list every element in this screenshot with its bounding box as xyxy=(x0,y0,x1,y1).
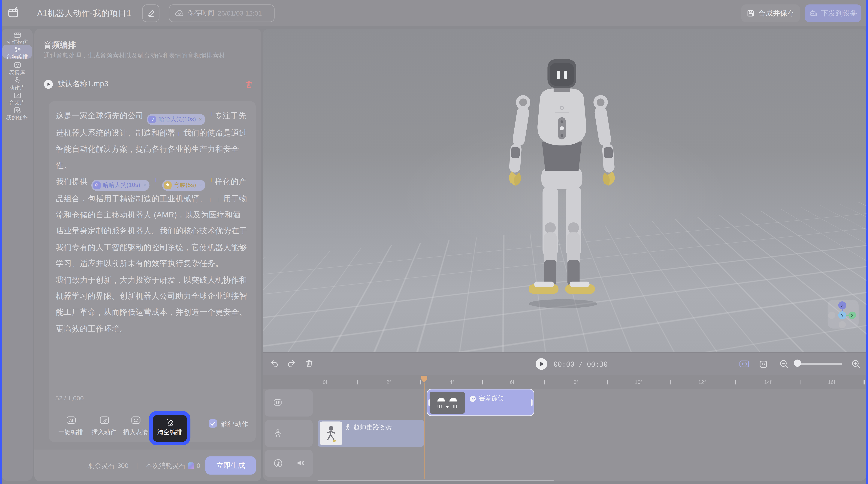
sidebar-item-audio-arrange[interactable]: 音频编排 xyxy=(2,46,33,61)
delete-clip-icon[interactable] xyxy=(305,359,313,368)
sidebar-item-motion-library[interactable]: 动作库 xyxy=(2,76,33,91)
panel-subtitle: 通过音频处理，生成音频素材以及融合动作和表情的音频编排素材 xyxy=(44,51,254,60)
save-time-pill: 保存时间 26/01/03 12:01 xyxy=(169,4,275,22)
deploy-device-button[interactable]: 下发到设备 xyxy=(805,4,862,22)
eraser-icon xyxy=(153,417,187,427)
expression-tag[interactable]: ☺哈哈大笑(10s)× xyxy=(147,114,206,125)
play-button[interactable] xyxy=(535,358,547,370)
sidebar-item-audio-library[interactable]: 音频库 xyxy=(2,92,33,106)
sidebar-label: 表情库 xyxy=(2,69,33,76)
expression-tag[interactable]: ☺哈哈大笑(10s)× xyxy=(91,180,150,191)
sidebar-item-expression-library[interactable]: 表情库 xyxy=(2,61,33,76)
tag-label: 哈哈大笑(10s) xyxy=(158,111,196,127)
tag-close-icon[interactable]: × xyxy=(199,177,202,193)
audio-arrange-panel: 音频编排 通过音频处理，生成音频素材以及融合动作和表情的音频编排素材 默认名称1… xyxy=(34,29,261,481)
cloud-check-icon xyxy=(175,9,184,17)
task-list-icon xyxy=(2,107,33,114)
sidebar-item-motion-mimic[interactable]: 动作模仿 xyxy=(2,31,33,46)
insert-motion-button[interactable]: 插入动作 xyxy=(89,415,120,437)
ruler-label: 0f xyxy=(323,379,327,385)
segment-bracket: 」 xyxy=(207,194,215,203)
ruler-label: 8f xyxy=(574,379,578,385)
one-key-arrange-button[interactable]: AI 一键编排 xyxy=(55,415,86,437)
timeline-zoom-slider[interactable] xyxy=(796,362,842,365)
ruler-tick xyxy=(420,380,421,384)
cost-label: 本次消耗灵石 xyxy=(146,461,186,471)
motion-tag[interactable]: ★弯腰(5s)× xyxy=(162,180,206,191)
clip-walk-label: 超帅走路姿势 xyxy=(353,423,392,431)
music-box-icon xyxy=(2,92,33,99)
timeline-zoom-handle[interactable] xyxy=(794,359,801,367)
insert-expression-label: 插入表情 xyxy=(120,428,151,437)
expression-track-header[interactable] xyxy=(265,389,313,417)
expression-track-icon xyxy=(273,398,282,407)
face-tag-icon: ☺ xyxy=(93,181,100,189)
char-counter: 52 / 1,000 xyxy=(55,395,84,401)
speaker-icon[interactable] xyxy=(296,458,305,467)
deploy-device-label: 下发到设备 xyxy=(821,8,857,18)
rhythm-motion-checkbox[interactable] xyxy=(209,419,217,427)
top-bar: A1机器人动作-我的项目1 保存时间 26/01/03 12:01 xyxy=(0,0,868,26)
remaining-stones-label: 剩余灵石 xyxy=(88,461,115,471)
ruler-tick xyxy=(670,380,671,384)
audio-track-header[interactable] xyxy=(265,450,313,477)
insert-expression-icon xyxy=(120,415,151,425)
zoom-in-icon[interactable] xyxy=(851,359,860,368)
insert-motion-icon xyxy=(89,415,120,425)
generate-label: 立即生成 xyxy=(216,460,245,471)
clip-trim-handle-left[interactable] xyxy=(429,399,430,406)
tag-label: 哈哈大笑(10s) xyxy=(103,177,140,193)
timeline-scrollbar[interactable] xyxy=(317,480,554,481)
sidebar-label: 动作库 xyxy=(2,85,33,92)
zoom-out-icon[interactable] xyxy=(779,359,788,368)
clear-arrange-highlight-ring: 清空编排 xyxy=(149,411,190,445)
panel-title: 音频编排 xyxy=(44,40,76,50)
tag-close-icon[interactable]: × xyxy=(199,111,202,127)
script-editor-content: 这是一家全球领先的公司 ☺哈哈大笑(10s)×「专注于先进机器人系统的设计、制造… xyxy=(56,108,249,337)
clear-arrange-button[interactable]: 清空编排 xyxy=(153,415,187,442)
tag-close-icon[interactable]: × xyxy=(143,177,147,193)
robot-model[interactable] xyxy=(263,29,866,352)
editor-workspace: Z Y X 00:00 / 00:30 xyxy=(263,29,866,481)
frame-view-icon[interactable] xyxy=(759,360,768,368)
script-editor[interactable]: 这是一家全球领先的公司 ☺哈哈大笑(10s)×「专注于先进机器人系统的设计、制造… xyxy=(49,101,256,442)
ruler-label: 16f xyxy=(828,379,835,385)
orientation-gizmo[interactable]: Z Y X xyxy=(828,300,859,328)
rename-button[interactable] xyxy=(142,4,159,22)
clapperboard-icon xyxy=(2,31,33,38)
generate-button[interactable]: 立即生成 xyxy=(206,456,256,475)
segment-bracket: 「 xyxy=(207,111,214,120)
viewport-3d[interactable]: Z Y X xyxy=(263,29,866,352)
footer-divider: | xyxy=(136,462,138,470)
synthesize-save-button[interactable]: 合成并保存 xyxy=(741,4,800,22)
fit-timeline-icon[interactable] xyxy=(739,360,749,368)
tag-label: 弯腰(5s) xyxy=(174,177,196,193)
clip-shy-smile[interactable]: 害羞微笑 xyxy=(427,389,534,416)
screen-edge-highlight-left xyxy=(0,0,2,484)
spirit-stone-icon xyxy=(188,462,194,469)
clip-walk-pose[interactable]: 超帅走路姿势 xyxy=(318,420,424,447)
app-logo-icon xyxy=(7,6,19,19)
insert-expression-button[interactable]: 插入表情 xyxy=(120,415,151,437)
play-audio-icon[interactable] xyxy=(44,79,53,89)
one-key-arrange-label: 一键编排 xyxy=(55,428,86,437)
redo-icon[interactable] xyxy=(287,359,296,368)
segment-bracket: 」 xyxy=(176,128,183,137)
timeline-ruler[interactable]: 0f2f4f6f8f10f12f14f16f xyxy=(263,375,866,389)
undo-icon[interactable] xyxy=(270,359,278,368)
sidebar-label: 音频库 xyxy=(2,99,33,106)
clip-trim-handle-right[interactable] xyxy=(531,399,533,406)
rhythm-motion-label: 韵律动作 xyxy=(221,420,249,429)
delete-audio-icon[interactable] xyxy=(245,80,253,88)
sidebar-item-my-tasks[interactable]: 我的任务 xyxy=(2,107,33,122)
synthesize-save-label: 合成并保存 xyxy=(758,8,795,18)
audio-file-row: 默认名称1.mp3 xyxy=(44,77,253,91)
timecode: 00:00 / 00:30 xyxy=(554,360,608,368)
motion-tag-icon: ★ xyxy=(164,181,172,189)
sidebar-label: 音频编排 xyxy=(2,54,33,61)
motion-track-header[interactable] xyxy=(265,420,313,447)
ai-icon: AI xyxy=(55,415,86,425)
face-screen-icon xyxy=(2,61,33,68)
insert-motion-label: 插入动作 xyxy=(89,428,120,437)
screen-edge-highlight-right xyxy=(866,0,868,484)
